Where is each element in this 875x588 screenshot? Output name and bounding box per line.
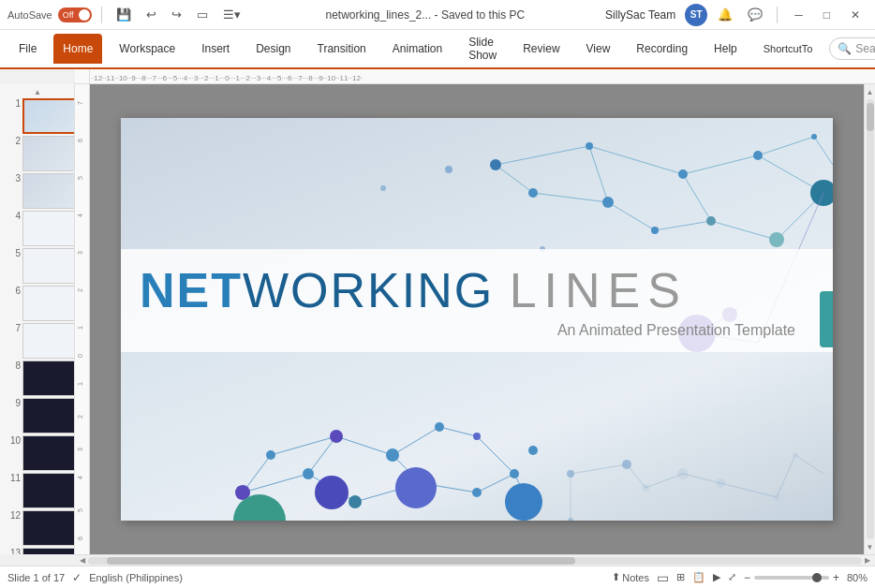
right-panel-tab[interactable] xyxy=(820,291,833,347)
tab-animation[interactable]: Animation xyxy=(383,34,452,64)
slide-thumb-3[interactable] xyxy=(22,173,75,209)
reading-view-button[interactable]: 📋 xyxy=(692,571,705,583)
titlebar-left: AutoSave Off 💾 ↩ ↪ ▭ ☰▾ xyxy=(7,6,245,23)
slide-num-10: 10 xyxy=(6,435,21,446)
svg-line-43 xyxy=(477,436,514,474)
panel-scroll-up[interactable]: ▲ xyxy=(4,88,71,96)
comments-button[interactable]: 💬 xyxy=(743,6,767,23)
tab-help[interactable]: Help xyxy=(704,34,747,64)
tab-review[interactable]: Review xyxy=(513,34,569,64)
slide-thumb-11[interactable] xyxy=(22,473,75,508)
slide-thumb-12[interactable] xyxy=(22,510,75,546)
svg-point-45 xyxy=(586,142,593,150)
slide[interactable]: NETWORKING LINES An Animated Presentatio… xyxy=(121,118,833,521)
horizontal-scrollbar[interactable]: ◀ ▶ xyxy=(75,555,875,566)
svg-line-34 xyxy=(308,436,336,474)
slide-thumb-2[interactable] xyxy=(22,136,75,171)
window-title: networking_lines_2... - Saved to this PC xyxy=(245,8,605,22)
normal-view-button[interactable]: ▭ xyxy=(657,570,669,585)
tab-workspace[interactable]: Workspace xyxy=(110,34,185,64)
slide-sorter-button[interactable]: ⊞ xyxy=(676,571,685,583)
slide-1-wrapper: 1 xyxy=(22,98,70,134)
maximize-button[interactable]: □ xyxy=(816,7,838,23)
scroll-right-arrow[interactable]: ▶ xyxy=(862,555,873,566)
slide-thumb-6[interactable] xyxy=(22,286,75,321)
svg-text:3: 3 xyxy=(77,448,83,451)
slide-thumb-13[interactable] xyxy=(22,548,75,554)
svg-text:5: 5 xyxy=(77,508,83,512)
svg-line-100 xyxy=(795,455,823,474)
slide-thumb-9[interactable] xyxy=(22,398,75,434)
tab-slideshow[interactable]: Slide Show xyxy=(459,34,506,64)
tab-shortcut[interactable]: ShortcutTo xyxy=(754,34,823,64)
minimize-button[interactable]: ─ xyxy=(787,7,810,23)
slide-canvas[interactable]: NETWORKING LINES An Animated Presentatio… xyxy=(90,84,864,554)
tab-insert[interactable]: Insert xyxy=(192,34,239,64)
tab-transition[interactable]: Transition xyxy=(308,34,376,64)
status-bar: Slide 1 of 17 ✓ English (Philippines) ⬆ … xyxy=(0,566,875,588)
svg-text:7: 7 xyxy=(77,101,83,105)
svg-line-24 xyxy=(758,137,814,155)
share-button[interactable]: 🔔 xyxy=(713,6,737,23)
expand-button[interactable]: ⤢ xyxy=(728,571,736,583)
svg-line-35 xyxy=(336,436,393,455)
svg-line-21 xyxy=(683,174,711,221)
title-text: networking_lines_2... - Saved to this PC xyxy=(326,8,526,22)
redo-button[interactable]: ↪ xyxy=(167,6,186,23)
scroll-down-arrow[interactable]: ▼ xyxy=(865,541,876,552)
slideshow-button[interactable]: ▶ xyxy=(713,571,720,583)
hscroll-track[interactable] xyxy=(88,557,862,565)
tab-file[interactable]: File xyxy=(9,34,46,64)
svg-point-66 xyxy=(266,450,275,460)
tab-view[interactable]: View xyxy=(577,34,620,64)
autosave-label: AutoSave xyxy=(7,9,52,21)
svg-line-27 xyxy=(655,221,711,230)
slide-thumb-4[interactable] xyxy=(22,211,75,246)
zoom-slider-thumb[interactable] xyxy=(812,573,822,582)
svg-text:4: 4 xyxy=(77,213,83,217)
present-button[interactable]: ▭ xyxy=(192,6,213,23)
slide-num-7: 7 xyxy=(6,323,21,333)
user-avatar[interactable]: ST xyxy=(685,4,707,26)
tab-design[interactable]: Design xyxy=(246,34,300,64)
vertical-scrollbar[interactable]: ▲ ▼ xyxy=(864,84,875,554)
svg-line-95 xyxy=(627,464,645,488)
slide-num-9: 9 xyxy=(6,398,21,408)
slide-info: Slide 1 of 17 xyxy=(7,572,65,583)
svg-line-18 xyxy=(683,155,758,174)
slide-canvas-area: 7 6 5 4 3 2 1 0 1 2 3 4 5 6 7 xyxy=(75,84,875,554)
slide-thumb-1[interactable] xyxy=(22,98,75,134)
tab-recording[interactable]: Recording xyxy=(627,34,697,64)
zoom-out-button[interactable]: − xyxy=(744,571,750,584)
scroll-up-arrow[interactable]: ▲ xyxy=(865,86,876,97)
scroll-thumb-v[interactable] xyxy=(867,103,874,131)
svg-text:2: 2 xyxy=(77,288,83,292)
slide-num-2: 2 xyxy=(6,136,21,146)
slide-thumb-10[interactable] xyxy=(22,435,75,471)
notes-button[interactable]: ⬆ Notes xyxy=(612,571,649,583)
slide-thumb-7[interactable] xyxy=(22,323,75,359)
slide-thumb-5[interactable] xyxy=(22,248,75,284)
zoom-slider[interactable] xyxy=(754,576,829,580)
title-net: NET xyxy=(140,263,243,317)
scroll-left-arrow[interactable]: ◀ xyxy=(77,555,88,566)
save-button[interactable]: 💾 xyxy=(111,6,136,23)
slide-5-wrapper: 5 xyxy=(22,248,70,284)
titlebar-right: SillySac Team ST 🔔 💬 ─ □ ✕ xyxy=(605,4,868,26)
customize-button[interactable]: ☰▾ xyxy=(218,6,245,23)
svg-line-22 xyxy=(711,221,777,240)
search-box[interactable]: 🔍 Search xyxy=(829,37,875,60)
tab-home[interactable]: Home xyxy=(53,34,102,64)
zoom-level[interactable]: 80% xyxy=(847,572,868,583)
close-button[interactable]: ✕ xyxy=(843,7,868,23)
zoom-in-button[interactable]: + xyxy=(833,571,839,584)
slide-thumb-8[interactable] xyxy=(22,360,75,396)
hscroll-thumb[interactable] xyxy=(107,557,575,565)
autosave-toggle[interactable]: Off xyxy=(58,7,92,22)
scroll-track-v[interactable] xyxy=(867,99,874,539)
svg-point-84 xyxy=(380,185,386,191)
slide-num-4: 4 xyxy=(6,211,21,221)
slide-subtitle: An Animated Presentation Template xyxy=(140,322,795,339)
undo-button[interactable]: ↩ xyxy=(141,6,161,23)
status-icon-check[interactable]: ✓ xyxy=(72,571,82,584)
